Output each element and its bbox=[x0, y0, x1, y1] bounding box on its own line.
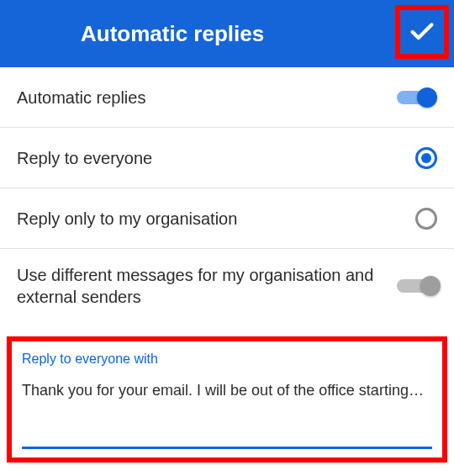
reply-org-radio[interactable] bbox=[415, 208, 437, 230]
reply-message-input[interactable]: Thank you for your email. I will be out … bbox=[22, 382, 432, 399]
confirm-button[interactable] bbox=[400, 10, 444, 54]
row-automatic-replies: Automatic replies bbox=[0, 67, 454, 128]
reply-everyone-label: Reply to everyone bbox=[17, 147, 415, 169]
reply-org-label: Reply only to my organisation bbox=[17, 208, 415, 230]
diff-messages-label: Use different messages for my organisati… bbox=[17, 264, 397, 308]
reply-message-section[interactable]: Reply to everyone with Thank you for you… bbox=[7, 336, 447, 463]
confirm-highlight bbox=[395, 5, 449, 59]
page-title: Automatic replies bbox=[81, 21, 264, 47]
automatic-replies-toggle[interactable] bbox=[397, 86, 437, 109]
automatic-replies-label: Automatic replies bbox=[17, 87, 397, 108]
reply-message-label: Reply to everyone with bbox=[22, 352, 432, 367]
row-reply-org[interactable]: Reply only to my organisation bbox=[0, 188, 454, 249]
reply-everyone-radio[interactable] bbox=[415, 147, 437, 169]
input-underline bbox=[22, 447, 432, 449]
diff-messages-toggle[interactable] bbox=[397, 274, 437, 298]
checkmark-icon bbox=[408, 18, 436, 46]
header: Automatic replies bbox=[0, 0, 454, 67]
row-reply-everyone[interactable]: Reply to everyone bbox=[0, 128, 454, 188]
row-diff-messages: Use different messages for my organisati… bbox=[0, 249, 454, 323]
